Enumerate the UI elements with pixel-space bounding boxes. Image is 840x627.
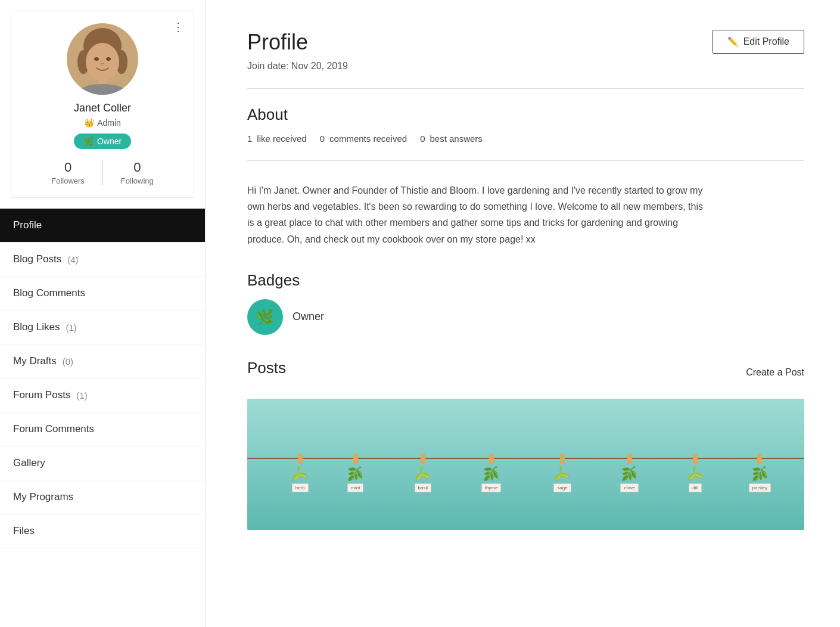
divider-2	[247, 160, 804, 161]
following-stat: 0 Following	[103, 160, 172, 185]
svg-point-4	[86, 43, 119, 81]
nav-count-forum-posts: (1)	[76, 390, 87, 401]
sidebar-item-blog-posts[interactable]: Blog Posts(4)	[0, 243, 205, 277]
badges-title: Badges	[247, 271, 804, 290]
herb-bundle-7: 🌱 dill	[687, 454, 704, 492]
page-title: Profile	[247, 30, 308, 55]
herb-bundle-1: 🌱 herb	[292, 454, 309, 492]
sidebar-item-forum-posts[interactable]: Forum Posts(1)	[0, 378, 205, 412]
herb-bundle-2: 🌿 mint	[347, 454, 363, 492]
user-name: Janet Coller	[74, 102, 131, 114]
about-title: About	[247, 105, 804, 124]
clothesline	[247, 458, 804, 459]
posts-header: Posts Create a Post	[247, 359, 804, 387]
herb-bundle-6: 🌿 chive	[620, 454, 639, 492]
posts-title: Posts	[247, 359, 286, 377]
following-label: Following	[121, 176, 154, 185]
sidebar: ⋮	[0, 0, 206, 627]
about-stats: 1 like received 0 comments received 0 be…	[247, 134, 804, 144]
sidebar-item-label-forum-posts: Forum Posts	[13, 389, 70, 401]
sidebar-item-blog-comments[interactable]: Blog Comments	[0, 277, 205, 311]
sidebar-item-label-my-programs: My Programs	[13, 491, 73, 503]
herb-bundle-5: 🌱 sage	[553, 454, 571, 492]
avatar	[67, 23, 138, 95]
best-answers-label: best answers	[430, 134, 482, 144]
best-answers-count: 0	[420, 134, 425, 144]
sidebar-item-label-gallery: Gallery	[13, 457, 45, 469]
sidebar-item-profile[interactable]: Profile	[0, 209, 205, 243]
badge-item-owner: 🌿 Owner	[247, 299, 804, 335]
nav-count-blog-posts: (4)	[67, 254, 78, 265]
herbs-scene: 🌱 herb 🌿 mint 🌱 basil 🌿 thyme 🌱	[247, 399, 804, 530]
svg-point-5	[94, 57, 99, 61]
sidebar-item-label-blog-comments: Blog Comments	[13, 287, 85, 299]
divider-1	[247, 88, 804, 89]
badge-circle: 🌿	[247, 299, 283, 335]
edit-profile-label: Edit Profile	[743, 36, 789, 47]
join-date: Join date: Nov 20, 2019	[247, 61, 804, 72]
badge-name: Owner	[293, 311, 324, 323]
followers-label: Followers	[51, 176, 85, 185]
edit-profile-button[interactable]: ✏️ Edit Profile	[713, 30, 804, 54]
sidebar-item-gallery[interactable]: Gallery	[0, 446, 205, 480]
owner-badge: 🌿 Owner	[74, 134, 131, 149]
badges-section: Badges 🌿 Owner	[247, 271, 804, 335]
more-options-icon[interactable]: ⋮	[172, 20, 185, 34]
followers-stat: 0 Followers	[33, 160, 103, 185]
likes-received-count: 1	[247, 134, 252, 144]
sidebar-nav: ProfileBlog Posts(4)Blog CommentsBlog Li…	[0, 209, 205, 548]
sidebar-item-label-forum-comments: Forum Comments	[13, 423, 94, 435]
clothespin-1	[298, 454, 303, 464]
likes-received-label: like received	[257, 134, 306, 144]
post-image: 🌱 herb 🌿 mint 🌱 basil 🌿 thyme 🌱	[247, 399, 804, 530]
owner-label: Owner	[97, 136, 122, 146]
main-content: Profile ✏️ Edit Profile Join date: Nov 2…	[206, 0, 840, 627]
sidebar-item-files[interactable]: Files	[0, 514, 205, 548]
sidebar-item-label-my-drafts: My Drafts	[13, 355, 57, 367]
comments-received-label: comments received	[329, 134, 407, 144]
profile-card: ⋮	[11, 11, 194, 198]
sidebar-item-my-drafts[interactable]: My Drafts(0)	[0, 344, 205, 378]
create-post-button[interactable]: Create a Post	[746, 367, 804, 378]
crown-icon: 👑	[84, 118, 94, 128]
herb-bundle-3: 🌱 basil	[415, 454, 431, 492]
herb-bundle-8: 🌿 parsley	[749, 454, 771, 492]
stats-row: 0 Followers 0 Following	[21, 160, 184, 185]
sidebar-item-forum-comments[interactable]: Forum Comments	[0, 412, 205, 446]
sidebar-item-label-blog-posts: Blog Posts	[13, 253, 61, 265]
svg-point-6	[106, 57, 111, 61]
herb-leaves-1: 🌱	[292, 465, 308, 481]
comments-received-count: 0	[320, 134, 325, 144]
herb-bundle-4: 🌿 thyme	[481, 454, 502, 492]
bio-text: Hi I'm Janet. Owner and Founder of Thist…	[247, 182, 712, 247]
pencil-icon: ✏️	[727, 36, 739, 47]
admin-label: Admin	[97, 118, 121, 128]
leaf-icon: 🌿	[83, 136, 94, 146]
sidebar-item-my-programs[interactable]: My Programs	[0, 480, 205, 514]
badge-leaf-icon: 🌿	[256, 309, 274, 325]
sidebar-item-label-blog-likes: Blog Likes	[13, 321, 60, 333]
nav-count-my-drafts: (0)	[63, 356, 73, 367]
followers-count: 0	[64, 160, 71, 175]
sidebar-item-label-files: Files	[13, 525, 35, 537]
admin-badge: 👑 Admin	[84, 118, 121, 128]
sidebar-item-blog-likes[interactable]: Blog Likes(1)	[0, 311, 205, 344]
nav-count-blog-likes: (1)	[66, 322, 76, 333]
following-count: 0	[133, 160, 141, 175]
sidebar-item-label-profile: Profile	[13, 219, 42, 231]
main-header: Profile ✏️ Edit Profile	[247, 30, 804, 55]
